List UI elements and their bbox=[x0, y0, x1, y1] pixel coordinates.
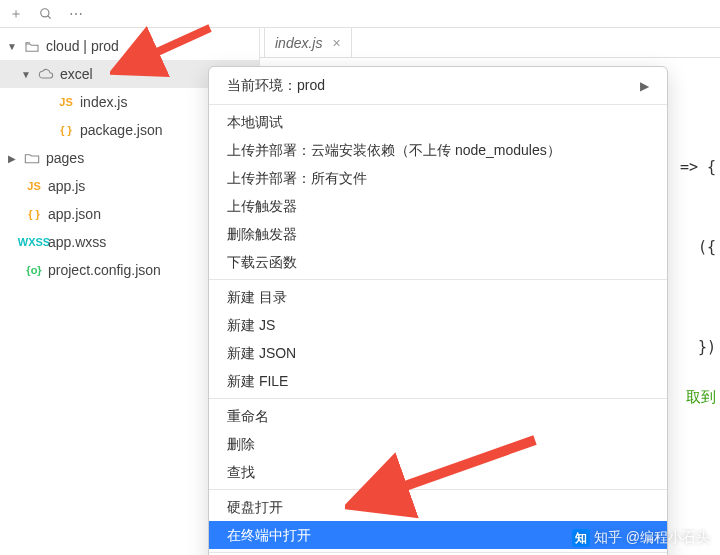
menu-separator bbox=[209, 279, 667, 280]
tree-label: app.wxss bbox=[48, 234, 106, 250]
search-icon[interactable] bbox=[38, 6, 54, 22]
chevron-down-icon: ▼ bbox=[6, 40, 18, 52]
watermark: 知 知乎 @编程小石头 bbox=[572, 529, 710, 547]
menu-delete[interactable]: 删除 bbox=[209, 430, 667, 458]
close-icon[interactable]: × bbox=[332, 35, 340, 51]
menu-find[interactable]: 查找 bbox=[209, 458, 667, 486]
cloud-icon bbox=[36, 68, 56, 80]
code-fragment: 取到 bbox=[686, 388, 716, 407]
menu-disk-open[interactable]: 硬盘打开 bbox=[209, 493, 667, 521]
tab-indexjs[interactable]: index.js × bbox=[264, 27, 352, 57]
menu-new-dir[interactable]: 新建 目录 bbox=[209, 283, 667, 311]
tree-label: project.config.json bbox=[48, 262, 161, 278]
tab-title: index.js bbox=[275, 35, 322, 51]
js-icon: JS bbox=[24, 180, 44, 192]
tree-label: app.json bbox=[48, 206, 101, 222]
menu-local-debug[interactable]: 本地调试 bbox=[209, 108, 667, 136]
tree-root-cloud[interactable]: ▼ cloud | prod bbox=[0, 32, 259, 60]
toolbar: ＋ ⋯ bbox=[0, 0, 720, 28]
config-icon: {o} bbox=[24, 264, 44, 276]
menu-separator bbox=[209, 489, 667, 490]
menu-header[interactable]: 当前环境：prod ▶ bbox=[209, 71, 667, 101]
menu-upload-all[interactable]: 上传并部署：所有文件 bbox=[209, 164, 667, 192]
svg-line-1 bbox=[48, 15, 51, 18]
folder-cloud-icon bbox=[22, 39, 42, 53]
code-fragment: }) bbox=[698, 338, 716, 356]
svg-point-0 bbox=[41, 8, 49, 16]
editor-tabs: index.js × bbox=[260, 28, 720, 58]
menu-rename[interactable]: 重命名 bbox=[209, 402, 667, 430]
menu-separator bbox=[209, 104, 667, 105]
menu-new-file[interactable]: 新建 FILE bbox=[209, 367, 667, 395]
menu-separator bbox=[209, 398, 667, 399]
json-icon: { } bbox=[24, 208, 44, 220]
zhihu-logo-icon: 知 bbox=[572, 529, 590, 547]
menu-upload-cloud-deps[interactable]: 上传并部署：云端安装依赖（不上传 node_modules） bbox=[209, 136, 667, 164]
tree-label: app.js bbox=[48, 178, 85, 194]
tree-label: index.js bbox=[80, 94, 127, 110]
chevron-down-icon: ▼ bbox=[20, 68, 32, 80]
code-fragment: => { bbox=[680, 158, 716, 176]
tree-label: cloud | prod bbox=[46, 38, 119, 54]
code-fragment: ({ bbox=[698, 238, 716, 256]
menu-delete-trigger[interactable]: 删除触发器 bbox=[209, 220, 667, 248]
chevron-right-icon: ▶ bbox=[6, 152, 18, 164]
menu-upload-trigger[interactable]: 上传触发器 bbox=[209, 192, 667, 220]
menu-new-js[interactable]: 新建 JS bbox=[209, 311, 667, 339]
dots-icon[interactable]: ⋯ bbox=[68, 6, 84, 22]
tree-label: excel bbox=[60, 66, 93, 82]
wxss-icon: WXSS bbox=[24, 236, 44, 248]
play-icon: ▶ bbox=[640, 79, 649, 93]
menu-env-label: 当前环境：prod bbox=[227, 77, 325, 95]
tree-label: pages bbox=[46, 150, 84, 166]
tree-label: package.json bbox=[80, 122, 163, 138]
context-menu: 当前环境：prod ▶ 本地调试 上传并部署：云端安装依赖（不上传 node_m… bbox=[208, 66, 668, 555]
json-icon: { } bbox=[56, 124, 76, 136]
plus-icon[interactable]: ＋ bbox=[8, 6, 24, 22]
menu-new-json[interactable]: 新建 JSON bbox=[209, 339, 667, 367]
menu-separator bbox=[209, 552, 667, 553]
folder-icon bbox=[22, 152, 42, 164]
watermark-text: 知乎 @编程小石头 bbox=[594, 529, 710, 547]
js-icon: JS bbox=[56, 96, 76, 108]
menu-download-fn[interactable]: 下载云函数 bbox=[209, 248, 667, 276]
